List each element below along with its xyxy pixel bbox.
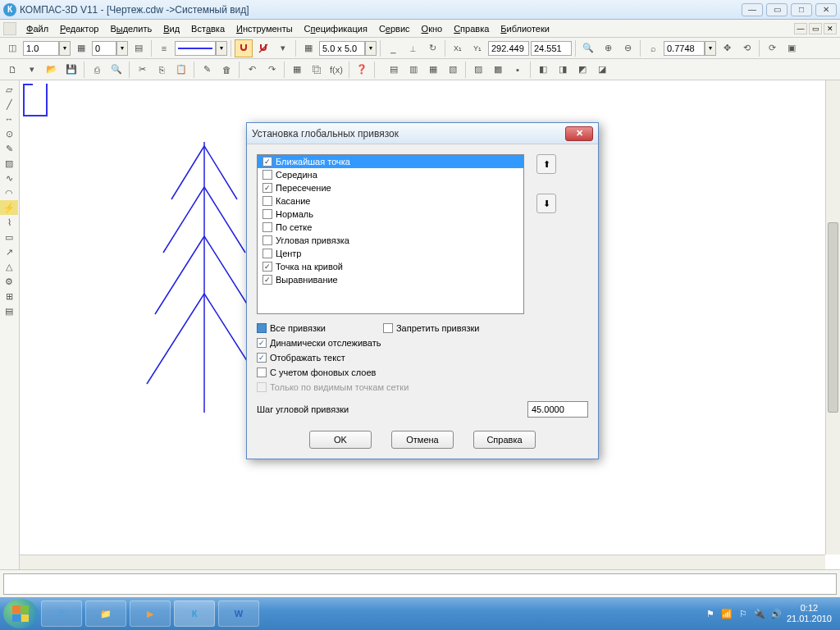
- lt-curve-icon[interactable]: ∿: [0, 171, 18, 185]
- step-input[interactable]: [527, 401, 588, 418]
- lt-hatch-icon[interactable]: ▨: [0, 156, 18, 171]
- lt-measure-icon[interactable]: △: [0, 259, 18, 274]
- tb-ortho-icon[interactable]: ⟂: [404, 39, 422, 57]
- edit-icon[interactable]: ✎: [198, 61, 216, 79]
- layer-input[interactable]: [92, 41, 116, 56]
- taskbar-kompas-icon[interactable]: К: [174, 600, 215, 627]
- spec11-icon[interactable]: ◪: [593, 61, 611, 79]
- zoom-dd[interactable]: ▾: [705, 41, 716, 56]
- lt-text-icon[interactable]: ✎: [0, 141, 18, 156]
- spec5-icon[interactable]: ▨: [469, 61, 487, 79]
- tb-layers-icon[interactable]: ▦: [72, 39, 90, 57]
- scale-dd[interactable]: ▾: [59, 41, 71, 56]
- menu-tools[interactable]: Инструменты: [231, 22, 298, 35]
- cut-icon[interactable]: ✂: [133, 61, 151, 79]
- snap-checkbox[interactable]: ✓: [262, 262, 272, 272]
- spec8-icon[interactable]: ◧: [534, 61, 552, 79]
- lt-view-icon[interactable]: ⊞: [0, 289, 18, 304]
- lt-arrow-icon[interactable]: ↗: [0, 244, 18, 259]
- showtext-checkbox[interactable]: ✓: [257, 353, 267, 363]
- snap-checkbox[interactable]: [262, 235, 272, 245]
- command-input[interactable]: [3, 573, 837, 595]
- snap-row-4[interactable]: Нормаль: [258, 208, 523, 221]
- snap-row-9[interactable]: ✓Выравнивание: [258, 273, 523, 286]
- menu-view[interactable]: Вид: [158, 22, 185, 35]
- snap-row-2[interactable]: ✓Пересечение: [258, 181, 523, 194]
- zoom-out-icon[interactable]: ⊖: [619, 39, 637, 57]
- menu-file[interactable]: Файл: [21, 22, 53, 35]
- lt-arc-icon[interactable]: ◠: [0, 185, 18, 200]
- tray-action-icon[interactable]: ⚐: [737, 608, 749, 619]
- open-icon[interactable]: 📂: [43, 61, 61, 79]
- snap-row-1[interactable]: Середина: [258, 168, 523, 181]
- tb-lines-icon[interactable]: ≡: [155, 39, 173, 57]
- undo-icon[interactable]: ↶: [243, 61, 261, 79]
- snap-list[interactable]: ✓Ближайшая точкаСередина✓ПересечениеКаса…: [257, 154, 524, 314]
- mdi-minimize[interactable]: —: [794, 23, 807, 34]
- snap-checkbox[interactable]: [262, 209, 272, 219]
- snap-row-5[interactable]: По сетке: [258, 221, 523, 234]
- restore-button[interactable]: ▭: [766, 3, 788, 16]
- tray-flag-icon[interactable]: ⚑: [705, 608, 716, 619]
- coord-y[interactable]: [531, 41, 572, 56]
- scrollbar-vertical[interactable]: [825, 80, 840, 555]
- maximize-button[interactable]: □: [791, 3, 812, 16]
- variables-icon[interactable]: f(x): [327, 61, 345, 79]
- menu-spec[interactable]: Спецификация: [299, 22, 372, 35]
- tb-local-icon[interactable]: ⎯: [384, 39, 402, 57]
- menu-libs[interactable]: Библиотеки: [495, 22, 555, 35]
- tb-grid-icon[interactable]: ◫: [3, 39, 21, 57]
- move-down-button[interactable]: ⬇: [536, 194, 556, 213]
- save-icon[interactable]: 💾: [62, 61, 80, 79]
- menu-insert[interactable]: Вставка: [186, 22, 230, 35]
- taskbar-explorer-icon[interactable]: 📁: [85, 600, 126, 627]
- grid-toggle-icon[interactable]: ▦: [299, 39, 317, 57]
- taskbar-media-icon[interactable]: ▶: [130, 600, 171, 627]
- tray-network-icon[interactable]: 📶: [721, 608, 733, 619]
- scrollbar-horizontal[interactable]: [20, 555, 825, 569]
- redo-icon[interactable]: ↷: [262, 61, 281, 79]
- tray-volume-icon[interactable]: 🔊: [770, 608, 782, 619]
- close-button[interactable]: ✕: [815, 3, 837, 16]
- tb-round-icon[interactable]: ↻: [423, 39, 441, 57]
- print-icon[interactable]: ⎙: [88, 61, 106, 79]
- forbid-snaps-checkbox[interactable]: [383, 323, 393, 333]
- lt-spec-icon[interactable]: ▤: [0, 304, 18, 318]
- linestyle[interactable]: [175, 41, 216, 56]
- scale-input[interactable]: [23, 41, 59, 56]
- tb-dd-1[interactable]: ▾: [23, 61, 41, 79]
- mdi-close[interactable]: ✕: [824, 23, 837, 34]
- menu-help[interactable]: Справка: [449, 22, 494, 35]
- snap-settings-icon[interactable]: ▾: [274, 39, 292, 57]
- cancel-button[interactable]: Отмена: [391, 431, 454, 449]
- coord-x[interactable]: [488, 41, 529, 56]
- lt-shape-icon[interactable]: ▭: [0, 230, 18, 244]
- menu-service[interactable]: Сервис: [374, 22, 415, 35]
- layer-dd[interactable]: ▾: [116, 41, 128, 56]
- lt-dim-icon[interactable]: ↔: [0, 112, 18, 126]
- manager-icon[interactable]: ▦: [288, 61, 306, 79]
- lt-bolt-icon[interactable]: ⚡: [0, 200, 18, 215]
- minimize-button[interactable]: —: [742, 3, 763, 16]
- lt-params-icon[interactable]: ⚙: [0, 274, 18, 289]
- preview-icon[interactable]: 🔍: [107, 61, 126, 79]
- menu-window[interactable]: Окно: [417, 22, 448, 35]
- snap-checkbox[interactable]: ✓: [262, 275, 272, 285]
- spec9-icon[interactable]: ◨: [554, 61, 572, 79]
- snap-row-3[interactable]: Касание: [258, 194, 523, 208]
- lt-line-icon[interactable]: ╱: [0, 97, 18, 112]
- grid-input[interactable]: [319, 41, 365, 56]
- help-icon[interactable]: ❓: [353, 61, 371, 79]
- linestyle-dd[interactable]: ▾: [216, 41, 227, 56]
- spec4-icon[interactable]: ▧: [444, 61, 462, 79]
- spec3-icon[interactable]: ▦: [424, 61, 442, 79]
- mdi-restore[interactable]: ▭: [809, 23, 822, 34]
- snap-checkbox[interactable]: [262, 170, 272, 180]
- dialog-titlebar[interactable]: Установка глобальных привязок ✕: [247, 123, 598, 144]
- snap-toggle-icon[interactable]: [235, 39, 253, 57]
- snap-checkbox[interactable]: ✓: [262, 183, 272, 193]
- snap-row-0[interactable]: ✓Ближайшая точка: [258, 155, 523, 168]
- background-checkbox[interactable]: [257, 368, 267, 377]
- tb-layerbtn-icon[interactable]: ▤: [130, 39, 148, 57]
- snap-checkbox[interactable]: [262, 196, 272, 206]
